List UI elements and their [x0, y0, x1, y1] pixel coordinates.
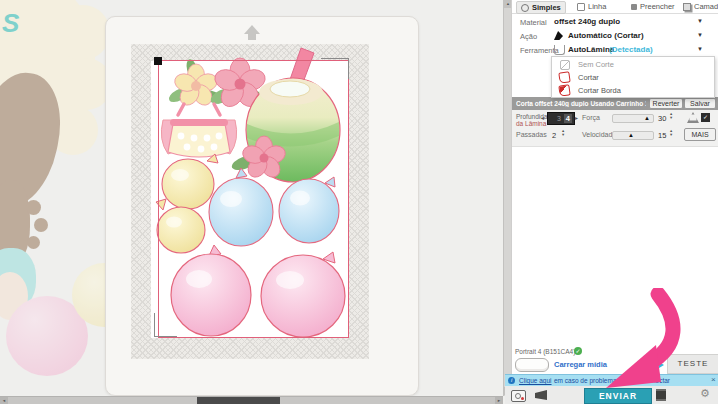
simples-tab-icon [521, 4, 529, 12]
blade-depth-display[interactable]: 3 4 [547, 112, 575, 125]
send-panel: Simples Linha Preencher Camada Material … [511, 0, 718, 404]
force-stepper[interactable]: ▴▾ [670, 112, 672, 120]
tab-camada[interactable]: Camada [680, 1, 718, 12]
bottom-action-bar: ENVIAR ⚙ [505, 386, 718, 404]
tab-simples[interactable]: Simples [516, 1, 566, 14]
action-value[interactable]: Automático (Cortar) [568, 31, 644, 40]
horizontal-scroll-thumb[interactable] [197, 397, 280, 404]
camada-tab-icon [683, 3, 691, 11]
speed-slider-marker[interactable]: ▲ [628, 132, 634, 139]
cut-icon [558, 71, 570, 83]
menu-item-cortar[interactable]: Cortar [552, 71, 712, 83]
cut-settings: Profundidade da Lâmina ◄ 3 4 ► Força ▲ 3… [512, 110, 718, 147]
scroll-left-arrow[interactable]: ◄ [0, 397, 8, 404]
linha-tab-icon [577, 3, 585, 11]
character-hair-curl [34, 218, 48, 232]
horizontal-scrollbar[interactable]: ◄ ► [0, 396, 503, 404]
tool-dropdown-arrow-icon[interactable]: ▼ [697, 46, 703, 52]
passes-stepper[interactable]: ▴▾ [562, 129, 564, 137]
move-arrows-icon[interactable] [648, 357, 664, 373]
send-button[interactable]: ENVIAR [584, 388, 652, 404]
preset-bar: Corta offset 240g duplo Usando Carrinho … [512, 97, 718, 110]
blade-action-icon [554, 31, 563, 40]
speed-stepper[interactable]: ▴▾ [670, 129, 672, 137]
device-name: Portrait 4 (B151CA4) [515, 348, 575, 355]
canvas-area: S [0, 0, 503, 396]
blade-prev-value: 3 [557, 115, 561, 122]
device-connected-check-icon: ✓ [574, 347, 582, 355]
tool-dropdown-menu: Sem Corte Cortar Cortar Borda [551, 56, 715, 98]
menu-item-label: Cortar [578, 73, 599, 82]
cut-edge-icon [558, 84, 570, 96]
menu-item-label: Cortar Borda [578, 86, 621, 95]
speed-value: 15 [658, 131, 666, 140]
tool-value[interactable]: AutoLâmina [568, 45, 614, 54]
character-hair-curl [27, 236, 40, 249]
gear-icon[interactable]: ⚙ [700, 387, 710, 400]
action-label: Ação [520, 32, 537, 41]
tab-linha[interactable]: Linha [574, 1, 609, 12]
tab-label: Linha [588, 2, 606, 11]
tab-label: Camada [694, 2, 718, 11]
force-slider[interactable]: ▲ [612, 114, 654, 123]
scroll-right-arrow[interactable]: ► [495, 397, 503, 404]
connection-help-text: em caso de problemas para se conectar [554, 377, 670, 384]
material-row[interactable]: Material offset 240g duplo ▼ [512, 15, 718, 28]
tool-label: Ferramenta [520, 46, 559, 55]
material-label: Material [520, 18, 547, 27]
revert-button[interactable]: Reverter [649, 98, 683, 109]
feeder-icon[interactable] [535, 390, 547, 400]
menu-item-label: Sem Corte [578, 60, 614, 69]
menu-item-sem-corte[interactable]: Sem Corte [552, 58, 712, 70]
device-section: Portrait 4 (B151CA4) ✓ Carregar mídia TE… [512, 346, 718, 374]
material-value[interactable]: offset 240g duplo [554, 17, 620, 26]
check-icon: ✓ [703, 114, 708, 120]
cream-blob [55, 5, 110, 60]
blade-current-value: 4 [564, 114, 572, 123]
save-button[interactable]: Salvar [684, 98, 716, 109]
tab-label: Simples [532, 3, 561, 12]
more-button[interactable]: MAIS [684, 128, 716, 141]
tool-status: (Detectada) [609, 45, 653, 54]
test-button[interactable]: TESTE [667, 354, 718, 374]
preencher-tab-icon [631, 4, 637, 10]
tab-label: Preencher [640, 2, 675, 11]
speed-slider[interactable]: ▲ [612, 131, 654, 140]
no-cut-icon [560, 60, 570, 70]
info-close-icon[interactable]: × [711, 375, 716, 384]
print-queue-icon[interactable] [656, 389, 666, 401]
cutting-mat[interactable] [105, 16, 419, 396]
passes-value: 2 [552, 131, 556, 140]
material-dropdown-arrow-icon[interactable]: ▼ [697, 18, 703, 24]
action-dropdown-arrow-icon[interactable]: ▼ [697, 32, 703, 38]
corner-bracket-bottom-left [154, 313, 177, 337]
panel-tabs: Simples Linha Preencher Camada [512, 0, 718, 14]
info-icon: i [508, 377, 515, 384]
force-value: 30 [658, 114, 666, 123]
blade-depth-label-2: da Lâmina [516, 120, 546, 127]
logo-watermark: S [2, 8, 19, 39]
blade-depth-decrease[interactable]: ◄ [540, 115, 545, 121]
mat-feed-arrow-icon [242, 25, 262, 41]
machine-illustration-icon [515, 358, 549, 372]
menu-item-cortar-borda[interactable]: Cortar Borda [552, 84, 712, 96]
blade-depth-increase[interactable]: ► [574, 115, 579, 121]
force-slider-marker[interactable]: ▲ [644, 115, 650, 122]
passes-label: Passadas [516, 131, 547, 138]
tool-row[interactable]: Ferramenta AutoLâmina (Detectada) ▼ [512, 43, 718, 56]
action-row[interactable]: Ação Automático (Cortar) ▼ [512, 29, 718, 42]
preset-text: Corta offset 240g duplo Usando Carrinho … [516, 100, 646, 107]
camera-device-icon[interactable] [511, 390, 526, 402]
connection-help-link[interactable]: Clique aqui [519, 377, 552, 384]
app-window: S [0, 0, 718, 404]
selection-handle[interactable] [154, 57, 162, 65]
tab-preencher[interactable]: Preencher [628, 1, 678, 12]
corner-bracket-top-right [321, 58, 349, 79]
load-media-link[interactable]: Carregar mídia [554, 360, 607, 369]
character-hair-curl [26, 200, 41, 215]
autoblade-tool-icon [554, 45, 565, 55]
track-enhance-checkbox[interactable]: ✓ [701, 113, 710, 122]
force-label: Força [582, 114, 600, 121]
cut-boundary[interactable] [158, 60, 349, 338]
